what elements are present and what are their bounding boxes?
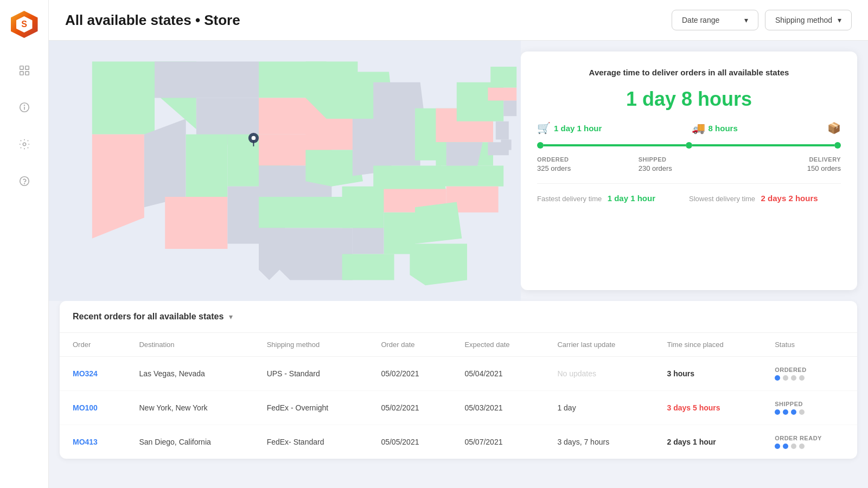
status-label: ORDER READY (775, 435, 844, 441)
slowest-delivery: Slowest delivery time 2 days 2 hours (689, 194, 841, 203)
order-date: 05/02/2021 (368, 391, 451, 425)
page-content: Average time to deliver orders in all av… (49, 41, 868, 488)
order-id[interactable]: MO100 (60, 391, 126, 425)
svg-marker-10 (92, 61, 155, 93)
stats-title: Average time to deliver orders in all av… (537, 68, 841, 77)
orders-table: Order Destination Shipping method Order … (60, 333, 857, 459)
carrier-update: 1 day (544, 391, 654, 425)
sidebar-item-info[interactable] (14, 97, 35, 118)
dot-ordered (537, 142, 544, 149)
svg-marker-40 (342, 187, 384, 228)
svg-marker-25 (259, 197, 350, 228)
dot-shipped (686, 142, 692, 149)
table-row: MO413 San Diego, California FedEx- Stand… (60, 425, 857, 459)
status-with-dots: ORDERED (775, 367, 844, 381)
delivery-stat: DELIVERY 150 orders (739, 156, 841, 172)
svg-marker-33 (384, 121, 420, 166)
segment1-time: 1 day 1 hour (554, 124, 602, 133)
col-order: Order (60, 333, 126, 357)
ordered-label: ORDERED (537, 156, 639, 163)
svg-marker-48 (446, 142, 483, 165)
status-cell: ORDERED (762, 357, 857, 391)
time-since-placed: 2 days 1 hour (654, 425, 762, 459)
delivery-label: DELIVERY (739, 156, 841, 163)
expected-date: 05/03/2021 (451, 391, 544, 425)
svg-point-56 (252, 136, 256, 140)
svg-marker-35 (373, 165, 446, 191)
svg-marker-51 (501, 139, 511, 150)
order-link[interactable]: MO413 (73, 438, 98, 446)
main-content: All available states • Store Date range … (49, 0, 868, 488)
sidebar-item-settings[interactable] (14, 133, 35, 155)
shipping-method: FedEx- Standard (254, 425, 368, 459)
svg-marker-18 (165, 197, 227, 249)
svg-rect-2 (20, 72, 23, 75)
status-dot (783, 375, 788, 381)
destination: San Diego, California (126, 425, 253, 459)
table-row: MO324 Las Vegas, Nevada UPS - Standard 0… (60, 357, 857, 391)
svg-marker-53 (488, 87, 516, 100)
table-header-row: Order Destination Shipping method Order … (60, 333, 857, 357)
status-dot (791, 444, 796, 449)
progress-bar-2 (692, 144, 834, 146)
app-logo[interactable]: S (11, 11, 38, 38)
table-section-header: Recent orders for all available states ▾ (60, 301, 857, 333)
destination: Las Vegas, Nevada (126, 357, 253, 391)
status-dots (775, 409, 844, 415)
status-cell: ORDER READY (762, 425, 857, 459)
chevron-down-icon: ▾ (744, 16, 748, 24)
svg-rect-0 (20, 66, 23, 69)
status-dot (791, 409, 796, 415)
logo-letter: S (21, 20, 27, 29)
ordered-count: 325 orders (537, 164, 639, 172)
table-head: Order Destination Shipping method Order … (60, 333, 857, 357)
order-link[interactable]: MO100 (73, 403, 98, 412)
order-link[interactable]: MO324 (73, 369, 98, 378)
slowest-value: 2 days 2 hours (761, 194, 818, 203)
fastest-label: Fastest delivery time (537, 195, 602, 203)
box-icon: 📦 (827, 121, 841, 134)
orders-table-section: Recent orders for all available states ▾… (60, 301, 857, 459)
delivery-timeline: 🛒 1 day 1 hour 🚚 8 hours 📦 (537, 121, 841, 172)
col-status: Status (762, 333, 857, 357)
svg-marker-50 (496, 121, 509, 140)
stats-card: Average time to deliver orders in all av… (521, 52, 857, 290)
svg-marker-47 (410, 243, 467, 285)
table-row: MO100 New York, New York FedEx - Overnig… (60, 391, 857, 425)
status-dot (775, 444, 780, 449)
svg-marker-12 (92, 134, 144, 239)
svg-marker-46 (415, 202, 462, 244)
shipping-method-filter[interactable]: Shipping method ▾ (765, 10, 852, 30)
fastest-value: 1 day 1 hour (608, 194, 655, 203)
fastest-delivery: Fastest delivery time 1 day 1 hour (537, 194, 689, 203)
sidebar: S (0, 0, 49, 488)
status-dot (799, 444, 805, 449)
col-destination: Destination (126, 333, 253, 357)
carrier-update: No updates (544, 357, 654, 391)
svg-marker-52 (503, 100, 516, 116)
expected-date: 05/04/2021 (451, 357, 544, 391)
sidebar-item-dashboard[interactable] (14, 60, 35, 81)
status-dot (775, 409, 780, 415)
top-section: Average time to deliver orders in all av… (49, 41, 868, 301)
status-dot (783, 409, 788, 415)
status-label: ORDERED (775, 367, 844, 373)
svg-marker-15 (155, 61, 259, 98)
date-range-filter[interactable]: Date range ▾ (672, 10, 758, 30)
time-since-placed: 3 hours (654, 357, 762, 391)
svg-marker-26 (259, 228, 353, 280)
svg-marker-28 (305, 119, 358, 150)
table-body: MO324 Las Vegas, Nevada UPS - Standard 0… (60, 357, 857, 459)
order-id[interactable]: MO324 (60, 357, 126, 391)
chevron-down-icon: ▾ (838, 16, 841, 24)
filter-controls: Date range ▾ Shipping method ▾ (672, 10, 852, 30)
shipped-stat: SHIPPED 230 orders (639, 156, 740, 172)
svg-marker-17 (186, 134, 228, 197)
table-toggle-icon[interactable]: ▾ (229, 312, 233, 321)
order-id[interactable]: MO413 (60, 425, 126, 459)
sidebar-item-help[interactable] (14, 170, 35, 192)
table-title: Recent orders for all available states (73, 312, 224, 322)
delivery-extremes: Fastest delivery time 1 day 1 hour Slowe… (537, 183, 841, 203)
us-map (49, 41, 521, 301)
shipped-count: 230 orders (639, 164, 740, 172)
